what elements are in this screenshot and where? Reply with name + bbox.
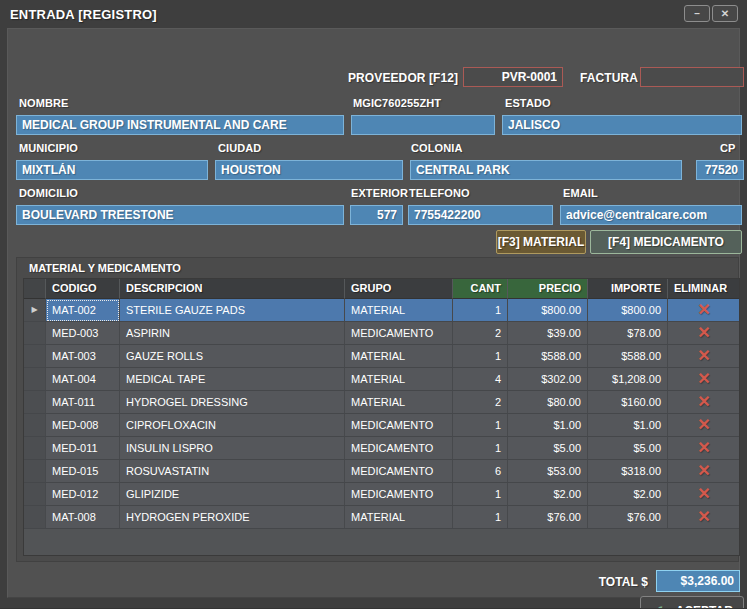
ciudad-input[interactable] [215,160,403,180]
cell-grupo[interactable]: MEDICAMENTO [345,460,453,483]
row-header-cell[interactable] [24,506,46,529]
cell-precio[interactable]: $1.00 [508,414,588,437]
cell-importe[interactable]: $1.00 [588,414,668,437]
table-row[interactable]: MED-003 ASPIRIN MEDICAMENTO 2 $39.00 $78… [24,322,739,345]
cell-grupo[interactable]: MATERIAL [345,299,453,322]
delete-row-button[interactable]: ✕ [668,391,740,414]
delete-row-button[interactable]: ✕ [668,322,740,345]
cell-cant[interactable]: 2 [453,391,508,414]
delete-row-button[interactable]: ✕ [668,414,740,437]
cell-descripcion[interactable]: ROSUVASTATIN [120,460,345,483]
cell-precio[interactable]: $588.00 [508,345,588,368]
table-row[interactable]: MED-015 ROSUVASTATIN MEDICAMENTO 6 $53.0… [24,460,739,483]
delete-row-button[interactable]: ✕ [668,437,740,460]
column-header-importe[interactable]: IMPORTE [588,279,668,299]
cell-importe[interactable]: $5.00 [588,437,668,460]
domicilio-input[interactable] [16,205,344,225]
estado-input[interactable] [502,115,742,135]
cell-grupo[interactable]: MATERIAL [345,506,453,529]
cell-codigo[interactable]: MED-012 [46,483,120,506]
row-header-cell[interactable]: ▶ [24,299,46,322]
delete-row-button[interactable]: ✕ [668,345,740,368]
table-row[interactable]: MED-012 GLIPIZIDE MEDICAMENTO 1 $2.00 $2… [24,483,739,506]
cell-descripcion[interactable]: ASPIRIN [120,322,345,345]
cell-importe[interactable]: $76.00 [588,506,668,529]
cell-importe[interactable]: $2.00 [588,483,668,506]
column-header-cant[interactable]: CANT [453,279,508,299]
table-row[interactable]: MAT-011 HYDROGEL DRESSING MATERIAL 2 $80… [24,391,739,414]
cell-cant[interactable]: 1 [453,483,508,506]
cell-descripcion[interactable]: INSULIN LISPRO [120,437,345,460]
row-header-cell[interactable] [24,391,46,414]
cell-grupo[interactable]: MEDICAMENTO [345,322,453,345]
cell-cant[interactable]: 1 [453,437,508,460]
cell-cant[interactable]: 1 [453,299,508,322]
table-row[interactable]: MAT-004 MEDICAL TAPE MATERIAL 4 $302.00 … [24,368,739,391]
column-header-codigo[interactable]: CODIGO [46,279,120,299]
row-header-cell[interactable] [24,437,46,460]
grid-corner-cell[interactable] [24,279,46,299]
delete-row-button[interactable]: ✕ [668,460,740,483]
cell-precio[interactable]: $2.00 [508,483,588,506]
cell-cant[interactable]: 1 [453,414,508,437]
telefono-input[interactable] [408,205,553,225]
exterior-input[interactable] [350,205,403,225]
cell-precio[interactable]: $76.00 [508,506,588,529]
cell-codigo[interactable]: MAT-003 [46,345,120,368]
cp-input[interactable] [696,160,744,180]
cell-codigo[interactable]: MAT-011 [46,391,120,414]
colonia-input[interactable] [410,160,682,180]
row-header-cell[interactable] [24,368,46,391]
cell-cant[interactable]: 1 [453,506,508,529]
cell-cant[interactable]: 1 [453,345,508,368]
factura-input[interactable] [640,67,744,87]
cell-importe[interactable]: $318.00 [588,460,668,483]
municipio-input[interactable] [16,160,208,180]
row-header-cell[interactable] [24,345,46,368]
delete-row-button[interactable]: ✕ [668,483,740,506]
cell-precio[interactable]: $39.00 [508,322,588,345]
cell-codigo[interactable]: MAT-004 [46,368,120,391]
cell-descripcion[interactable]: MEDICAL TAPE [120,368,345,391]
cell-descripcion[interactable]: GAUZE ROLLS [120,345,345,368]
column-header-precio[interactable]: PRECIO [508,279,588,299]
material-f3-button[interactable]: [F3] MATERIAL [496,230,586,254]
rfc-input[interactable] [351,115,495,135]
cell-codigo[interactable]: MED-011 [46,437,120,460]
cell-importe[interactable]: $1,208.00 [588,368,668,391]
cell-precio[interactable]: $80.00 [508,391,588,414]
cell-grupo[interactable]: MEDICAMENTO [345,483,453,506]
table-row[interactable]: MED-011 INSULIN LISPRO MEDICAMENTO 1 $5.… [24,437,739,460]
cell-descripcion[interactable]: CIPROFLOXACIN [120,414,345,437]
email-input[interactable] [560,205,742,225]
cell-descripcion[interactable]: HYDROGEL DRESSING [120,391,345,414]
cell-grupo[interactable]: MATERIAL [345,391,453,414]
total-input[interactable] [656,570,740,592]
cell-codigo[interactable]: MED-015 [46,460,120,483]
nombre-input[interactable] [16,115,344,135]
cell-precio[interactable]: $53.00 [508,460,588,483]
proveedor-input[interactable] [463,67,563,87]
column-header-descripcion[interactable]: DESCRIPCION [120,279,345,299]
cell-importe[interactable]: $78.00 [588,322,668,345]
cell-codigo[interactable]: MAT-008 [46,506,120,529]
table-row[interactable]: ▶ MAT-002 STERILE GAUZE PADS MATERIAL 1 … [24,299,739,322]
cell-codigo[interactable]: MED-008 [46,414,120,437]
cell-precio[interactable]: $5.00 [508,437,588,460]
cell-cant[interactable]: 2 [453,322,508,345]
column-header-grupo[interactable]: GRUPO [345,279,453,299]
row-header-cell[interactable] [24,414,46,437]
cell-grupo[interactable]: MATERIAL [345,368,453,391]
table-row[interactable]: MAT-008 HYDROGEN PEROXIDE MATERIAL 1 $76… [24,506,739,529]
column-header-eliminar[interactable]: ELIMINAR [668,279,740,299]
cell-importe[interactable]: $160.00 [588,391,668,414]
delete-row-button[interactable]: ✕ [668,299,740,322]
cell-importe[interactable]: $800.00 [588,299,668,322]
medicamento-f4-button[interactable]: [F4] MEDICAMENTO [590,230,742,254]
cell-descripcion[interactable]: STERILE GAUZE PADS [120,299,345,322]
cell-codigo[interactable]: MAT-002 [46,299,120,322]
table-row[interactable]: MAT-003 GAUZE ROLLS MATERIAL 1 $588.00 $… [24,345,739,368]
cell-descripcion[interactable]: GLIPIZIDE [120,483,345,506]
delete-row-button[interactable]: ✕ [668,368,740,391]
table-row[interactable]: MED-008 CIPROFLOXACIN MEDICAMENTO 1 $1.0… [24,414,739,437]
